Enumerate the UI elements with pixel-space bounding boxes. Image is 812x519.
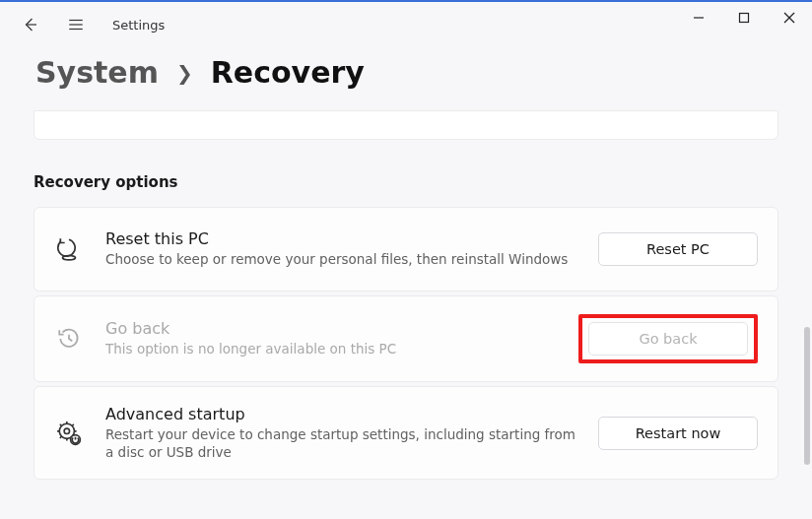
breadcrumb: System ❯ Recovery bbox=[0, 47, 812, 107]
settings-window: Settings System ❯ Recovery Recovery opti… bbox=[0, 0, 812, 519]
option-desc: Restart your device to change startup se… bbox=[105, 425, 576, 461]
svg-point-3 bbox=[64, 428, 69, 433]
option-desc: Choose to keep or remove your personal f… bbox=[105, 250, 576, 268]
maximize-button[interactable] bbox=[721, 2, 767, 33]
minimize-button[interactable] bbox=[676, 2, 721, 33]
back-icon[interactable] bbox=[22, 16, 39, 33]
restart-now-button[interactable]: Restart now bbox=[598, 417, 758, 450]
breadcrumb-parent[interactable]: System bbox=[35, 55, 159, 90]
nav-menu-icon[interactable] bbox=[67, 16, 85, 33]
go-back-button: Go back bbox=[588, 322, 748, 356]
option-advanced-startup: Advanced startup Restart your device to … bbox=[34, 386, 778, 480]
option-title: Go back bbox=[105, 319, 557, 338]
scrollbar-thumb[interactable] bbox=[804, 327, 810, 465]
section-heading: Recovery options bbox=[34, 173, 778, 191]
chevron-right-icon: ❯ bbox=[176, 61, 193, 85]
svg-rect-0 bbox=[740, 14, 749, 23]
gear-power-icon bbox=[54, 421, 84, 446]
partial-card-above bbox=[34, 110, 778, 140]
option-desc: This option is no longer available on th… bbox=[105, 340, 557, 357]
history-icon bbox=[54, 326, 84, 352]
reset-icon bbox=[54, 236, 84, 262]
option-go-back: Go back This option is no longer availab… bbox=[34, 295, 778, 382]
annotation-highlight: Go back bbox=[578, 314, 758, 363]
titlebar: Settings bbox=[0, 2, 812, 47]
option-title: Reset this PC bbox=[105, 229, 576, 248]
content-area: Recovery options Reset this PC Choose to… bbox=[0, 110, 812, 519]
option-reset-pc: Reset this PC Choose to keep or remove y… bbox=[34, 207, 778, 292]
option-title: Advanced startup bbox=[105, 405, 576, 423]
window-controls bbox=[676, 2, 812, 33]
svg-point-1 bbox=[63, 256, 76, 260]
breadcrumb-current: Recovery bbox=[211, 55, 365, 90]
reset-pc-button[interactable]: Reset PC bbox=[598, 232, 758, 266]
app-name-label: Settings bbox=[112, 18, 165, 32]
close-button[interactable] bbox=[767, 2, 812, 33]
